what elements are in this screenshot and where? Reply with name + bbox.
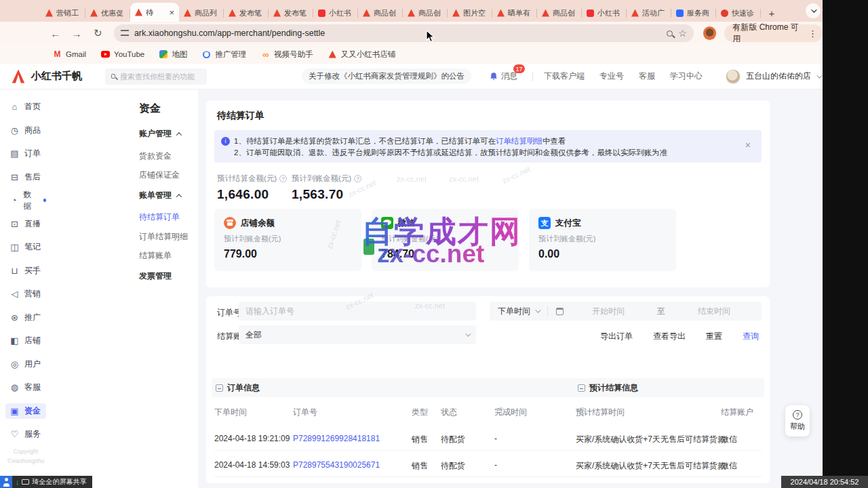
collapse-icon[interactable] (578, 384, 585, 392)
nav-aftersale[interactable]: ⊟售后 (5, 169, 46, 185)
submenu-group-invoice[interactable]: 发票管理 (139, 270, 172, 282)
nav-buyer[interactable]: ⊔买手 (5, 263, 46, 279)
end-time-placeholder[interactable]: 结束时间 (698, 306, 730, 317)
app-search-box[interactable] (105, 68, 207, 85)
browser-tab[interactable]: 服务商 (671, 4, 716, 22)
announcement-link[interactable]: 关于修改《小红书商家发货管理规则》的公告 (302, 68, 471, 84)
reload-button[interactable]: ↻ (90, 25, 106, 41)
bookmark-maps[interactable]: 地图 (159, 49, 187, 60)
nav-live[interactable]: ⊡直播 (5, 216, 46, 232)
settle-account-select[interactable]: 全部 (239, 325, 476, 344)
browser-tab[interactable]: 营销工 (41, 4, 85, 22)
screen-share-indicator[interactable]: ↓ 琦全全的屏幕共享 (0, 476, 92, 488)
nav-goods[interactable]: ◷商品 (5, 123, 46, 138)
submenu-group-account[interactable]: 账户管理 (139, 128, 181, 140)
divider (214, 476, 762, 477)
pro-account-link[interactable]: 专业号 (599, 70, 624, 82)
question-icon[interactable]: ? (354, 175, 361, 182)
browser-tab[interactable]: 商品创 (403, 4, 448, 22)
browser-tab[interactable]: 商品创 (358, 4, 403, 22)
notice-close-icon[interactable]: × (745, 140, 751, 150)
submenu-item-loan-funds[interactable]: 货款资金 (139, 150, 172, 162)
submenu-item-settle-bill[interactable]: 结算账单 (139, 250, 172, 262)
start-time-placeholder[interactable]: 开始时间 (592, 306, 625, 317)
summary-card: 待结算订单 i 1、待结算订单是未结算的货款订单汇总，不含已结算订单，已结算订单… (206, 100, 770, 287)
chrome-profile-avatar[interactable] (703, 26, 716, 40)
tab-close-icon[interactable]: × (169, 8, 174, 17)
nav-orders[interactable]: ▤订单 (5, 146, 46, 161)
bookmark-channels[interactable]: ∞视频号助手 (261, 49, 313, 60)
bookmark-xhs-store[interactable]: 又又小红书店铺 (328, 49, 396, 60)
time-type-dropdown[interactable]: 下单时间 (490, 306, 547, 317)
range-to-label: 至 (657, 306, 665, 317)
date-range-picker[interactable]: 下单时间 开始时间 至 结束时间 (490, 302, 762, 321)
forward-button[interactable]: → (68, 25, 84, 41)
browser-tab[interactable]: 快速诊 (716, 4, 761, 22)
address-bar[interactable]: ark.xiaohongshu.com/app-merchant/pending… (114, 24, 694, 42)
order-link[interactable]: P728975543190025671 (293, 460, 380, 470)
nav-notes[interactable]: ◫笔记 (5, 239, 46, 255)
submenu-group-bill[interactable]: 账单管理 (139, 190, 181, 201)
bookmark-youtube[interactable]: YouTube (101, 50, 144, 59)
browser-tab[interactable]: 图片空 (448, 4, 492, 22)
back-button[interactable]: ← (47, 25, 63, 41)
search-icon[interactable] (667, 30, 673, 37)
browser-tab[interactable]: 晒单有 (492, 4, 537, 22)
chrome-menu-icon[interactable]: ⋮ (808, 28, 817, 39)
messages-button[interactable]: 消息 17 (489, 70, 517, 82)
question-icon[interactable]: ? (497, 407, 505, 415)
browser-tab[interactable]: 小红书 (582, 4, 627, 22)
export-orders-button[interactable]: 导出订单 (600, 331, 633, 342)
nav-services[interactable]: ♡服务 (5, 426, 46, 442)
order-link[interactable]: P728991269928418181 (293, 434, 380, 443)
nav-promotion[interactable]: ⊛推广 (5, 310, 46, 325)
submenu-item-deposit[interactable]: 店铺保证金 (139, 169, 180, 181)
browser-tab[interactable]: 商品列 (179, 4, 224, 22)
settle-detail-link[interactable]: 订单结算明细 (496, 137, 542, 145)
shop-balance-icon (224, 217, 236, 229)
watermark-site: zx-cc.net (377, 240, 484, 268)
app-search-input[interactable] (120, 73, 201, 81)
learning-center-link[interactable]: 学习中心 (670, 70, 703, 82)
chevron-down-icon[interactable] (816, 73, 822, 78)
url-text[interactable]: ark.xiaohongshu.com/app-merchant/pending… (134, 28, 661, 38)
nav-funds[interactable]: ▣资金 (5, 403, 46, 419)
nav-users[interactable]: ◎用户 (5, 357, 46, 372)
new-tab-button[interactable]: + (765, 6, 778, 20)
nav-home[interactable]: ⌂首页 (5, 99, 46, 115)
bookmark-star-icon[interactable]: ☆ (678, 28, 687, 39)
question-icon[interactable]: ? (578, 407, 586, 415)
bookmark-gmail[interactable]: MGmail (53, 50, 86, 59)
tab-search-chevron-button[interactable] (806, 3, 821, 18)
bookmark-promotion[interactable]: 推广管理 (202, 49, 246, 60)
browser-tab[interactable]: 小红书 (313, 4, 358, 22)
chrome-update-pill[interactable]: 有新版 Chrome 可用 ⋮ (724, 24, 823, 42)
browser-tab[interactable]: 活动广 (627, 4, 671, 22)
nav-data[interactable]: ◔数据 (5, 192, 46, 208)
view-export-button[interactable]: 查看导出 (653, 331, 686, 342)
download-client-link[interactable]: 下载客户端 (544, 70, 585, 82)
person-icon (0, 476, 12, 488)
reset-button[interactable]: 重置 (706, 331, 722, 342)
browser-tab[interactable]: 发布笔 (224, 4, 269, 22)
submenu-item-pending-settle[interactable]: 待结算订单 (139, 211, 180, 223)
nav-marketing[interactable]: ◁营销 (5, 286, 46, 302)
help-button[interactable]: ? 帮助 (785, 405, 810, 436)
customer-service-link[interactable]: 客服 (639, 70, 655, 82)
browser-tab-active[interactable]: 待× (130, 3, 179, 22)
collapse-icon[interactable] (216, 384, 223, 392)
nav-service[interactable]: ◍客服 (5, 380, 46, 395)
browser-tab[interactable]: 商品创 (537, 4, 582, 22)
stat-value: 1,646.00 (217, 187, 287, 202)
query-button[interactable]: 查询 (743, 331, 759, 342)
shop-avatar[interactable] (726, 69, 741, 84)
question-icon[interactable]: ? (279, 175, 287, 182)
submenu-item-settle-detail[interactable]: 订单结算明细 (139, 231, 188, 243)
nav-shop[interactable]: ◧店铺 (5, 333, 46, 348)
notice-banner: i 1、待结算订单是未结算的货款订单汇总，不含已结算订单，已结算订单可在订单结算… (214, 130, 762, 163)
browser-tab[interactable]: 优惠促 (85, 4, 130, 22)
site-settings-icon[interactable] (121, 30, 129, 37)
browser-tab[interactable]: 发布笔 (269, 4, 313, 22)
shop-name[interactable]: 五台山的佑佑的店 (746, 70, 811, 82)
promotion-icon (203, 51, 210, 58)
